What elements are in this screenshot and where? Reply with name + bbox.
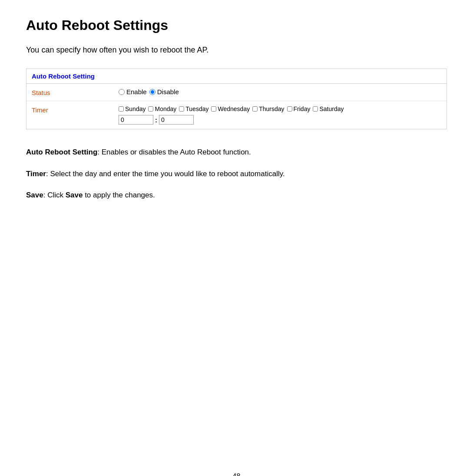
page-title: Auto Reboot Settings <box>26 17 447 33</box>
timer-controls: Sunday Monday Tuesday Wednesday <box>119 105 344 125</box>
timer-days-group: Sunday Monday Tuesday Wednesday <box>119 105 344 112</box>
saturday-checkbox-label[interactable]: Saturday <box>313 105 344 112</box>
save-desc: Save: Click Save to apply the changes. <box>26 190 447 201</box>
timer-para: Timer: Select the day and enter the time… <box>26 168 447 180</box>
sunday-text: Sunday <box>125 105 146 112</box>
settings-table: Auto Reboot Setting Status Enable Disabl… <box>26 69 447 129</box>
saturday-checkbox[interactable] <box>313 106 318 112</box>
auto-reboot-setting-desc: Auto Reboot Setting: Enables or disables… <box>26 147 447 158</box>
enable-radio-label[interactable]: Enable <box>119 88 147 95</box>
friday-text: Friday <box>294 105 311 112</box>
enable-radio[interactable] <box>119 89 125 95</box>
save-para: Save: Click Save to apply the changes. <box>26 190 447 201</box>
tuesday-text: Tuesday <box>185 105 208 112</box>
time-minute-input[interactable] <box>159 115 194 125</box>
friday-checkbox-label[interactable]: Friday <box>287 105 311 112</box>
save-bold: Save <box>66 191 83 199</box>
disable-radio-label[interactable]: Disable <box>149 88 179 95</box>
auto-reboot-setting-para: Auto Reboot Setting: Enables or disables… <box>26 147 447 158</box>
tuesday-checkbox[interactable] <box>179 106 184 112</box>
status-row: Status Enable Disable <box>26 84 447 101</box>
table-header: Auto Reboot Setting <box>26 69 447 84</box>
timer-time-group: : <box>119 115 344 125</box>
friday-checkbox[interactable] <box>287 106 292 112</box>
timer-label: Timer <box>32 105 119 114</box>
thursday-checkbox-label[interactable]: Thursday <box>252 105 284 112</box>
save-term: Save <box>26 191 43 199</box>
sunday-checkbox[interactable] <box>119 106 124 112</box>
enable-text: Enable <box>126 88 147 95</box>
monday-checkbox-label[interactable]: Monday <box>148 105 176 112</box>
wednesday-text: Wednesday <box>218 105 250 112</box>
timer-row: Timer Sunday Monday Tuesday <box>26 101 447 129</box>
time-separator: : <box>155 116 157 124</box>
save-desc-text2: to apply the changes. <box>83 191 155 199</box>
disable-text: Disable <box>157 88 179 95</box>
sunday-checkbox-label[interactable]: Sunday <box>119 105 146 112</box>
status-label: Status <box>32 88 119 96</box>
intro-text: You can specify how often you wish to re… <box>26 46 447 55</box>
status-controls: Enable Disable <box>119 88 179 95</box>
wednesday-checkbox[interactable] <box>211 106 216 112</box>
save-desc-text: : Click <box>43 191 66 199</box>
timer-desc: Timer: Select the day and enter the time… <box>26 168 447 180</box>
thursday-checkbox[interactable] <box>252 106 258 112</box>
auto-reboot-term: Auto Reboot Setting <box>26 148 97 156</box>
wednesday-checkbox-label[interactable]: Wednesday <box>211 105 250 112</box>
timer-term: Timer <box>26 170 46 178</box>
thursday-text: Thursday <box>259 105 284 112</box>
disable-radio[interactable] <box>149 89 155 95</box>
tuesday-checkbox-label[interactable]: Tuesday <box>179 105 208 112</box>
monday-text: Monday <box>155 105 176 112</box>
time-hour-input[interactable] <box>119 115 153 125</box>
auto-reboot-desc-text: : Enables or disables the Auto Reboot fu… <box>97 148 251 156</box>
saturday-text: Saturday <box>319 105 344 112</box>
monday-checkbox[interactable] <box>148 106 153 112</box>
timer-desc-text: : Select the day and enter the time you … <box>46 170 285 178</box>
page-number: 48 <box>233 473 241 476</box>
